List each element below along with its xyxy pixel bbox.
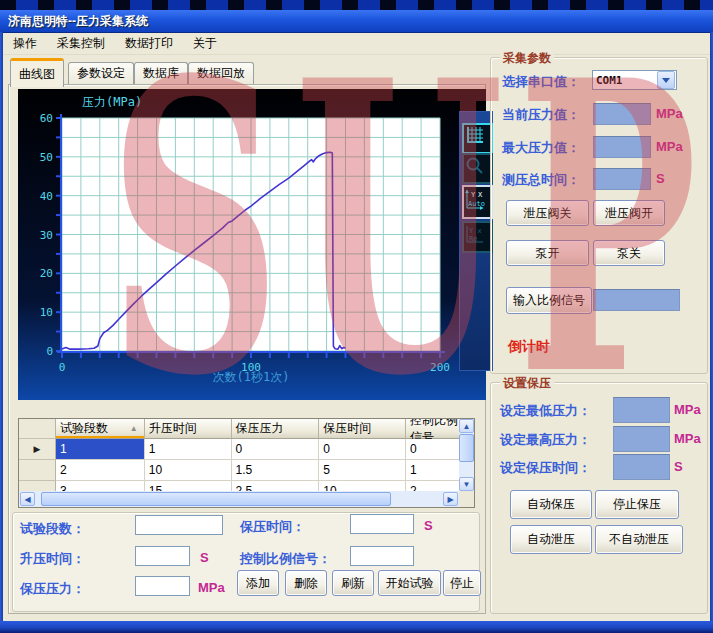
min-pressure-unit: MPa <box>674 402 701 417</box>
titlebar[interactable]: 济南思明特--压力采集系统 <box>0 10 713 33</box>
max-hold-pressure-value[interactable] <box>613 426 670 452</box>
serial-port-value: COM1 <box>593 74 657 87</box>
window-border-bottom <box>0 621 713 633</box>
cell[interactable]: 1.5 <box>232 460 320 481</box>
column-header-control-signal[interactable]: 控制比例信号 <box>406 419 460 439</box>
grid-icon[interactable] <box>462 123 493 154</box>
cell[interactable]: 0 <box>406 439 460 460</box>
chart-canvas: 01002000102030405060压力(MPa)次数(1秒1次) <box>18 89 486 400</box>
axes-restore-icon[interactable]: Y x Re <box>462 221 493 253</box>
background-window-edge <box>0 0 713 10</box>
x-tick-label: 0 <box>59 361 66 374</box>
horizontal-scroll-thumb[interactable] <box>41 492 391 506</box>
y-tick-label: 0 <box>46 345 53 358</box>
cell[interactable]: 2 <box>56 460 145 481</box>
y-tick-label: 50 <box>40 151 53 164</box>
input-signal-value[interactable] <box>593 289 680 311</box>
zoom-icon[interactable] <box>462 153 493 184</box>
y-tick-label: 30 <box>40 229 53 242</box>
column-header-hold-pressure[interactable]: 保压压力 <box>232 419 320 439</box>
tab-data-playback[interactable]: 数据回放 <box>188 62 254 84</box>
current-pressure-value <box>593 103 651 125</box>
tab-database[interactable]: 数据库 <box>134 62 188 84</box>
svg-text:Re: Re <box>469 235 477 243</box>
stop-button[interactable]: 停止 <box>443 570 481 596</box>
y-tick-label: 40 <box>40 190 53 203</box>
y-tick-label: 20 <box>40 267 53 280</box>
cell[interactable]: 10 <box>145 460 232 481</box>
hold-duration-label: 设定保压时间： <box>500 459 591 477</box>
refresh-button[interactable]: 刷新 <box>332 570 374 596</box>
total-time-label: 测压总时间： <box>502 171 580 189</box>
scroll-down-icon[interactable]: ▼ <box>459 477 474 491</box>
table-vertical-scrollbar[interactable]: ▲ ▼ <box>459 419 474 491</box>
hold-pressure-input[interactable] <box>135 576 190 596</box>
pump-off-button[interactable]: 泵关 <box>593 240 665 266</box>
valve-close-button[interactable]: 泄压阀关 <box>506 200 589 226</box>
sort-ascending-icon: ▲ <box>130 424 138 433</box>
chevron-down-icon[interactable] <box>657 71 675 89</box>
start-test-button[interactable]: 开始试验 <box>378 570 441 596</box>
tab-curve-graph[interactable]: 曲线图 <box>10 58 64 87</box>
auto-hold-button[interactable]: 自动保压 <box>510 490 592 519</box>
add-button[interactable]: 添加 <box>237 570 279 596</box>
test-segments-table[interactable]: 试验段数 ▲ 升压时间 保压压力 保压时间 控制比例信号 ▶ 1 1 0 0 0… <box>18 418 475 508</box>
hold-duration-unit: S <box>674 459 683 474</box>
hold-settings-title: 设置保压 <box>500 375 554 392</box>
cell[interactable]: 0 <box>319 439 406 460</box>
hold-time-label: 保压时间： <box>240 518 305 536</box>
column-header-hold-time[interactable]: 保压时间 <box>319 419 406 439</box>
table-horizontal-scrollbar[interactable]: ◀ ▶ <box>19 491 459 507</box>
stop-hold-button[interactable]: 停止保压 <box>595 490 679 519</box>
scroll-right-icon[interactable]: ▶ <box>443 492 458 506</box>
countdown-label: 倒计时 <box>508 338 550 356</box>
delete-button[interactable]: 删除 <box>285 570 327 596</box>
auto-release-button[interactable]: 自动泄压 <box>510 525 592 554</box>
max-pressure-unit: MPa <box>656 139 683 154</box>
rise-time-input[interactable] <box>135 546 190 566</box>
cell[interactable]: 5 <box>319 460 406 481</box>
cell-selected[interactable]: 1 <box>56 439 145 460</box>
scroll-up-icon[interactable]: ▲ <box>459 419 474 433</box>
hold-pressure-label: 保压压力： <box>20 580 85 598</box>
x-tick-label: 200 <box>430 361 450 374</box>
cell[interactable]: 1 <box>145 439 232 460</box>
cell[interactable]: 0 <box>232 439 320 460</box>
min-pressure-value[interactable] <box>613 397 670 423</box>
menu-operation[interactable]: 操作 <box>3 33 47 54</box>
max-pressure-label: 最大压力值： <box>502 139 580 157</box>
segment-count-label: 试验段数： <box>20 520 85 538</box>
tab-parameter-setting[interactable]: 参数设定 <box>68 62 134 84</box>
pump-on-button[interactable]: 泵开 <box>506 240 589 266</box>
total-time-unit: S <box>656 171 665 186</box>
vertical-scroll-thumb[interactable] <box>459 434 474 462</box>
valve-open-button[interactable]: 泄压阀开 <box>593 200 665 226</box>
current-row-arrow: ▶ <box>19 439 56 460</box>
axes-auto-icon[interactable]: Y X Auto <box>462 185 493 219</box>
max-hold-pressure-unit: MPa <box>674 431 701 446</box>
input-signal-button[interactable]: 输入比例信号 <box>506 287 592 314</box>
control-signal-input[interactable] <box>350 546 414 566</box>
y-axis-title: 压力(MPa) <box>82 95 142 109</box>
no-auto-release-button[interactable]: 不自动泄压 <box>595 525 683 554</box>
hold-duration-value[interactable] <box>613 454 670 480</box>
app-window: 济南思明特--压力采集系统 操作 采集控制 数据打印 关于 曲线图 参数设定 数… <box>0 0 713 633</box>
current-pressure-label: 当前压力值： <box>502 106 580 124</box>
y-tick-label: 60 <box>40 112 53 125</box>
table-row[interactable]: 2 10 1.5 5 1 <box>19 460 460 481</box>
column-header-rise-time[interactable]: 升压时间 <box>145 419 232 439</box>
cell[interactable]: 1 <box>406 460 460 481</box>
segment-count-input[interactable] <box>135 515 223 535</box>
rise-time-unit: S <box>200 550 209 565</box>
max-hold-pressure-label: 设定最高压力： <box>500 431 591 449</box>
rise-time-label: 升压时间： <box>20 550 85 568</box>
column-header-segment[interactable]: 试验段数 ▲ <box>56 419 145 439</box>
menu-about[interactable]: 关于 <box>183 33 227 54</box>
menu-data-print[interactable]: 数据打印 <box>115 33 183 54</box>
scroll-left-icon[interactable]: ◀ <box>20 492 35 506</box>
menu-acquisition-control[interactable]: 采集控制 <box>47 33 115 54</box>
hold-pressure-unit: MPa <box>198 580 225 595</box>
table-row[interactable]: ▶ 1 1 0 0 0 <box>19 439 460 460</box>
serial-port-select[interactable]: COM1 <box>592 70 677 90</box>
hold-time-input[interactable] <box>350 514 414 534</box>
